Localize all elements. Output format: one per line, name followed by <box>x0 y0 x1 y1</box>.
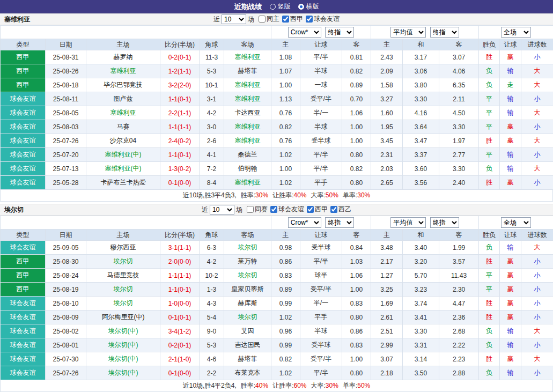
score-link[interactable]: 1-1(0-1) <box>160 92 200 106</box>
away-team-link[interactable]: 塞维利亚 <box>224 134 271 148</box>
away-team-link[interactable]: 皇家贝蒂斯 <box>224 283 271 297</box>
asia-index-select[interactable]: 终指 <box>325 217 354 228</box>
away-team-link[interactable]: 塞维利亚 <box>224 92 271 106</box>
league-cell: 球会友谊 <box>1 148 46 162</box>
checkbox-input[interactable] <box>306 16 313 23</box>
home-team-link[interactable]: 埃尔切(中) <box>86 324 160 338</box>
league-cell: 西甲 <box>1 269 46 283</box>
score-link[interactable]: 2-2(1-1) <box>160 106 200 120</box>
checkbox-input[interactable] <box>247 206 254 213</box>
away-team-link[interactable]: 塞维利亚 <box>224 78 271 92</box>
europe-index-select[interactable]: 终指 <box>430 217 459 228</box>
home-team-link[interactable]: 塞维利亚 <box>86 106 160 120</box>
away-team-link[interactable]: 埃尔切 <box>224 310 271 324</box>
score-link[interactable]: 0-1(0-0) <box>160 176 200 190</box>
checkbox-input[interactable] <box>259 16 266 23</box>
asia-company-select[interactable]: Crow* <box>288 217 321 228</box>
home-team-link[interactable]: 塞维利亚 <box>86 64 160 78</box>
away-team-link[interactable]: 塞维利亚 <box>224 50 271 64</box>
asia-company-select[interactable]: Crow* <box>288 27 321 38</box>
score-link[interactable]: 1-3(0-2) <box>160 162 200 176</box>
home-team-link[interactable]: 阿尔梅里亚(中) <box>86 310 160 324</box>
home-team-link[interactable]: 埃尔切(中) <box>86 366 160 380</box>
away-team-link[interactable]: 布莱克本 <box>224 366 271 380</box>
away-team-link[interactable]: 赫塔菲 <box>224 64 271 78</box>
score-link[interactable]: 3-4(1-2) <box>160 324 200 338</box>
goals-result-cell: 小 <box>521 283 553 297</box>
away-team-link[interactable]: 艾因 <box>224 324 271 338</box>
away-team-link[interactable]: 卡达西亚 <box>224 106 271 120</box>
score-link[interactable]: 3-2(2-0) <box>160 78 200 92</box>
home-team-link[interactable]: 卡萨布兰卡热爱 <box>86 176 160 190</box>
away-team-link[interactable]: 吉达国民 <box>224 338 271 352</box>
away-team-link[interactable]: 莱万特 <box>224 255 271 269</box>
home-team-link[interactable]: 塞维利亚(中) <box>86 162 160 176</box>
team-name: 塞维利亚 <box>4 15 30 24</box>
away-team-link[interactable]: 赫库斯 <box>224 297 271 310</box>
home-team-link[interactable]: 马德里竞技 <box>86 269 160 283</box>
filter-checkbox[interactable]: 西甲 <box>282 14 303 24</box>
filter-checkbox[interactable]: 西乙 <box>330 205 351 214</box>
europe-company-select[interactable]: 平均值 <box>390 27 426 38</box>
score-link[interactable]: 2-4(0-2) <box>160 134 200 148</box>
home-team-link[interactable]: 沙尔克04 <box>86 134 160 148</box>
home-team-link[interactable]: 埃尔切 <box>86 283 160 297</box>
score-link[interactable]: 2-1(1-0) <box>160 352 200 366</box>
score-link[interactable]: 1-1(0-1) <box>160 148 200 162</box>
score-link[interactable]: 0-1(0-1) <box>160 310 200 324</box>
score-link[interactable]: 0-1(0-0) <box>160 366 200 380</box>
home-team-link[interactable]: 埃尔切(中) <box>86 338 160 352</box>
asia-away-odds-cell: 0.81 <box>342 50 371 64</box>
home-team-link[interactable]: 塞维利亚(中) <box>86 148 160 162</box>
checkbox-input[interactable] <box>282 16 289 23</box>
view-option-vertical[interactable]: 竖版 <box>270 2 291 11</box>
away-team-link[interactable]: 塞维利亚 <box>224 176 271 190</box>
europe-draw-odds-cell: 3.30 <box>403 92 439 106</box>
home-team-link[interactable]: 马赛 <box>86 120 160 134</box>
score-link[interactable]: 0-2(0-1) <box>160 338 200 352</box>
filter-checkbox[interactable]: 西甲 <box>307 205 328 214</box>
score-link[interactable]: 1-1(1-1) <box>160 269 200 283</box>
home-team-link[interactable]: 图卢兹 <box>86 92 160 106</box>
home-team-link[interactable]: 埃尔切(中) <box>86 352 160 366</box>
checkbox-input[interactable] <box>307 206 314 213</box>
score-link[interactable]: 2-0(0-0) <box>160 255 200 269</box>
score-link[interactable]: 0-2(0-1) <box>160 50 200 64</box>
filter-checkbox[interactable]: 球会友谊 <box>270 205 304 214</box>
goals-result-cell: 小 <box>521 92 553 106</box>
filter-checkbox[interactable]: 同主 <box>259 14 279 24</box>
asia-index-select[interactable]: 终指 <box>325 27 354 38</box>
away-team-link[interactable]: 埃尔切 <box>224 269 271 283</box>
europe-away-odds-cell: 3.07 <box>439 50 479 64</box>
away-team-link[interactable]: 埃尔切 <box>224 241 271 255</box>
score-link[interactable]: 1-2(1-1) <box>160 64 200 78</box>
score-link[interactable]: 3-1(1-1) <box>160 241 200 255</box>
europe-company-select[interactable]: 平均值 <box>390 217 426 228</box>
away-team-link[interactable]: 伯明翰 <box>224 162 271 176</box>
recent-count-select[interactable]: 10 <box>210 205 234 215</box>
score-link[interactable]: 1-1(1-1) <box>160 120 200 134</box>
home-team-link[interactable]: 埃尔切 <box>86 297 160 310</box>
checkbox-input[interactable] <box>270 206 277 213</box>
score-link[interactable]: 1-1(0-1) <box>160 283 200 297</box>
recent-count-select[interactable]: 10 <box>222 14 246 24</box>
scope-select[interactable]: 全场 <box>501 217 531 228</box>
away-team-link[interactable]: 桑德兰 <box>224 148 271 162</box>
league-cell: 球会友谊 <box>1 162 46 176</box>
filter-checkbox[interactable]: 球会友谊 <box>306 14 340 24</box>
away-team-link[interactable]: 塞维利亚 <box>224 120 271 134</box>
europe-index-select[interactable]: 终指 <box>430 27 459 38</box>
home-team-link[interactable]: 赫罗纳 <box>86 50 160 64</box>
filter-checkbox[interactable]: 同赛 <box>247 205 268 214</box>
home-team-link[interactable]: 穆尔西亚 <box>86 241 160 255</box>
view-option-horizontal[interactable]: 横版 <box>298 2 319 11</box>
date-cell: 25-08-18 <box>46 78 86 92</box>
home-team-link[interactable]: 毕尔巴鄂竞技 <box>86 78 160 92</box>
score-link[interactable]: 1-0(0-0) <box>160 297 200 310</box>
home-team-link[interactable]: 埃尔切 <box>86 255 160 269</box>
scope-select[interactable]: 全场 <box>501 27 531 38</box>
away-team-link[interactable]: 赫塔菲 <box>224 352 271 366</box>
league-cell: 球会友谊 <box>1 134 46 148</box>
checkbox-input[interactable] <box>330 206 337 213</box>
asia-handicap-cell: 受半球 <box>300 338 342 352</box>
